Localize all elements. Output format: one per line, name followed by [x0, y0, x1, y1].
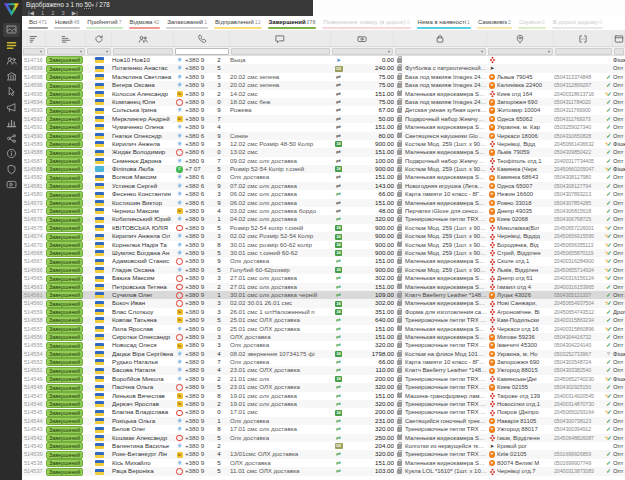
column-header-location[interactable] [487, 31, 554, 46]
filter-select[interactable]: ▼ [488, 48, 553, 55]
filter-input[interactable] [175, 48, 229, 55]
order-row[interactable]: 514542ЗавершенийКошмак Александр+380 95О… [22, 434, 625, 442]
order-row[interactable]: 514547ЗавершенийЛиньков Вячеславlc+380 9… [22, 392, 625, 400]
cursor-icon[interactable] [3, 85, 20, 99]
tab-Запакований[interactable]: Запакований1 [163, 16, 211, 30]
order-row[interactable]: 514592ЗавершенийМерклингер Андрейlc+380 … [22, 115, 625, 123]
tab-Завершений[interactable]: Завершений278 [265, 16, 320, 30]
tab-Новий[interactable]: Новий48 [51, 16, 83, 30]
order-row[interactable]: 514545ЗавершенийБлагіна Владіслава+380 9… [22, 408, 625, 416]
filter-select[interactable] [614, 48, 624, 55]
order-row[interactable]: 514599ЗавершенийПотапенко Анастас✳+380 9… [22, 64, 625, 72]
order-row[interactable]: 514567ЗавершенийАдамовский Станис+380 99… [22, 257, 625, 265]
order-row[interactable]: 514538ЗавершенийКісь Михайло✳+380 95ОЛХ … [22, 459, 625, 467]
column-header-customer[interactable] [112, 31, 174, 46]
video-icon[interactable] [3, 178, 20, 192]
order-row[interactable]: 514555ЗавершенийНовосад Олесяlc+380 93Ол… [22, 341, 625, 349]
filter-select[interactable]: ▼ [395, 48, 486, 55]
order-row[interactable]: 514546ЗавершенийДеркач Ярославlc+380 921… [22, 400, 625, 408]
filter-select[interactable] [231, 48, 330, 55]
order-row[interactable]: 514559ЗавершенийВлас Слотюоуlc+380 9326.… [22, 308, 625, 316]
order-row[interactable]: 514554ЗавершенийДацюк Віра Сергіївна✳+38… [22, 350, 625, 358]
order-row[interactable]: 514560ЗавершенийБокоч Иван+380 9302.02 3… [22, 299, 625, 307]
tab-Самовивіз[interactable]: Самовивіз2 [474, 16, 515, 30]
order-row[interactable]: 514568ЗавершенийШумляс Богдана Ан✳+380 9… [22, 249, 625, 257]
product-bag-cell [394, 333, 405, 341]
order-row[interactable]: 514556ЗавершенийСиротюк Олександр+380 93… [22, 333, 625, 341]
filter-select[interactable]: ▼ [47, 48, 85, 55]
filter-select[interactable] [555, 48, 612, 55]
column-header-comment[interactable] [230, 31, 331, 46]
column-header-status-sort[interactable] [46, 31, 86, 46]
order-row[interactable]: 514576ЗавершенийКобилинський Юрий✳+380 9… [22, 215, 625, 223]
filter-select[interactable]: ▼ [87, 48, 111, 55]
order-row[interactable]: 514575ЗавершенийКВІТОВСЬКА ЮЛІЯ+380 95Ро… [22, 224, 625, 232]
order-row[interactable]: 514589ЗавершенийКирилич Анжела✳+380 9312… [22, 140, 625, 148]
order-row[interactable]: 514574ЗавершенийКирилич Анжела Ол✳+380 9… [22, 232, 625, 240]
tab-Нема в наявності[interactable]: Нема в наявності1 [414, 16, 474, 30]
stats-icon[interactable] [3, 116, 20, 130]
order-row[interactable]: 514543ЗавершенийБелов Олег✳+380 9817.01 … [22, 425, 625, 433]
order-total: 351.00 [346, 308, 394, 316]
order-row[interactable]: 514594ЗавершенийКомпанец Юля+380 9018.02… [22, 98, 625, 106]
delivery-city: Львыв 79045 [497, 73, 554, 81]
tab-Відправлений[interactable]: Відправлений12 [211, 16, 264, 30]
status-badge: Завершений [46, 300, 83, 308]
filter-select[interactable] [113, 48, 173, 55]
column-header-product[interactable] [394, 31, 487, 46]
tab-Повернення товару (в дорозі)[interactable]: Повернення товару (в дорозі)0 [319, 16, 413, 30]
tab-Всі[interactable]: Всі471 [25, 16, 51, 30]
order-row[interactable]: 514598ЗавершенийМалютина Светлана✳+380 9… [22, 73, 625, 81]
order-row[interactable]: 514579ЗавершенийКостишин Виктор✳+380 690… [22, 199, 625, 207]
order-row[interactable]: 514577ЗавершенийЧерниш Максимlc+380 9403… [22, 207, 625, 215]
order-row[interactable]: 514582ЗавершенийВолков Максим✳+380 60Олх… [22, 173, 625, 181]
order-row[interactable]: 514591ЗавершенийЧумаченко Олена✳+380 94⇄… [22, 123, 625, 131]
order-row[interactable]: 514537ЗавершенийРаца Вероніка+380 9511.0… [22, 467, 625, 475]
order-row[interactable]: 514588ЗавершенийЖидак Володимир+380 6013… [22, 148, 625, 156]
column-header-phone[interactable] [174, 31, 230, 46]
order-row[interactable]: 514561ЗавершенийСучилов Олег+380 9130.01… [22, 291, 625, 299]
order-row[interactable]: 514590ЗавершенийГнатюк Олексндр✳+380 69С… [22, 132, 625, 140]
info-icon[interactable] [3, 147, 20, 161]
order-row[interactable]: 514716ЗавершенийНов10 Нов10✳+380 92Выца➤… [22, 56, 625, 64]
order-row[interactable]: 514565ЗавершенийБаюка Максим+380 9327.01… [22, 274, 625, 282]
order-row[interactable]: 514544ЗавершенийРокіцька Ольга✳+380 91Ол… [22, 417, 625, 425]
marketing-icon[interactable] [3, 100, 20, 114]
app-logo-icon[interactable] [3, 2, 20, 17]
order-row[interactable]: 514581ЗавершенийУстинов Сергей✳+380 6907… [22, 182, 625, 190]
tab-Прийнятий[interactable]: Прийнятий7 [83, 16, 125, 30]
order-row[interactable]: 514558ЗавершенийКовпак Татьянаlc+380 952… [22, 316, 625, 324]
plugins-icon[interactable] [3, 131, 20, 145]
order-row[interactable]: 514563ЗавершенийПетровська Тетяна+380 92… [22, 283, 625, 291]
order-row[interactable]: 514596ЗавершенийВегера Оксана✳+380 9320.… [22, 81, 625, 89]
orders-icon[interactable] [3, 38, 20, 52]
order-row[interactable]: 514586ЗавершенийФіліпова Люба✆+7 075Розм… [22, 165, 625, 173]
column-header-payment[interactable] [331, 31, 394, 46]
order-row[interactable]: 514595ЗавершенийКолосок Александрlc+380 … [22, 90, 625, 98]
column-header-id-sort[interactable] [22, 31, 46, 46]
tab-В дорозі додому[interactable]: В дорозі додому0 [549, 16, 607, 30]
gallery-icon[interactable] [3, 23, 20, 37]
order-row[interactable]: 514540ЗавершенийВалентина Василье✳+380 9… [22, 442, 625, 450]
order-row[interactable]: 514553ЗавершенийРудько Наталья✳+380 97Ол… [22, 358, 625, 366]
order-row[interactable]: 514551ЗавершенийБасова Наталя✳+380 9423.… [22, 366, 625, 374]
order-row[interactable]: 514549ЗавершенийВоробйов Микола✳+380 922… [22, 375, 625, 383]
column-header-tracking[interactable] [554, 31, 613, 46]
column-header-seller[interactable] [613, 31, 625, 46]
filter-select[interactable]: ▼ [332, 48, 393, 55]
clients-icon[interactable] [3, 54, 20, 68]
order-row[interactable]: 514539ЗавершенийРоке-Бетанкурт Лінlc+380… [22, 450, 625, 458]
support-icon[interactable] [3, 162, 20, 176]
tab-Сервіси[interactable]: Сервіси0 [515, 16, 549, 30]
filter-select[interactable]: ▼ [23, 48, 45, 55]
order-row[interactable]: 514580ЗавершенийФесенко Константин✳+380 … [22, 190, 625, 198]
order-row[interactable]: 514557ЗавершенийЛила Ярослав✳+380 9025.0… [22, 325, 625, 333]
order-row[interactable]: 514593ЗавершенийСольська Ірина✳+380 99Ро… [22, 106, 625, 114]
column-header-source[interactable] [86, 31, 112, 46]
order-row[interactable]: 514548ЗавершенийПасічна Ольга+380 9523.0… [22, 383, 625, 391]
order-row[interactable]: 514570ЗавершенийКорнелюк Надія Та✳+380 9… [22, 241, 625, 249]
order-row[interactable]: 514587ЗавершенийСеменюк Дарина✳+380 9709… [22, 157, 625, 165]
bank-icon[interactable] [3, 69, 20, 83]
order-row[interactable]: 514566ЗавершенийГладик Оксана✳+380 95Гол… [22, 266, 625, 274]
tab-Відмова[interactable]: Відмова42 [126, 16, 164, 30]
